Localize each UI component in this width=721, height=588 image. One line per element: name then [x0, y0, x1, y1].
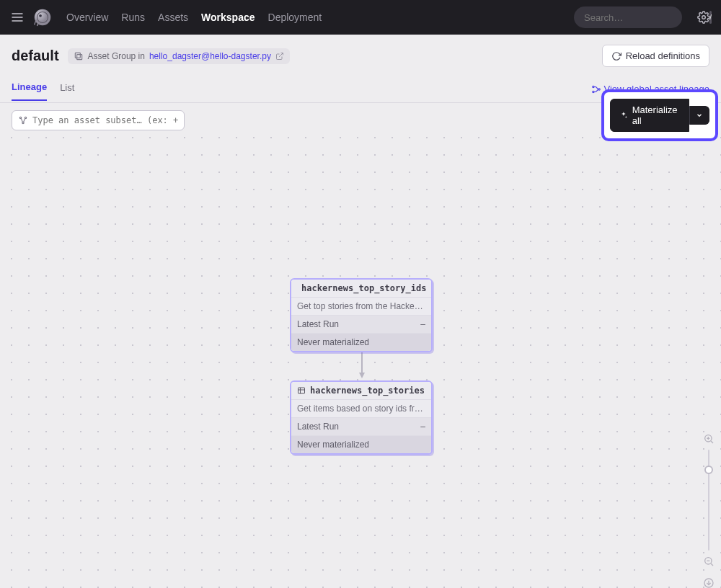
- svg-rect-23: [298, 388, 305, 393]
- zoom-thumb[interactable]: [704, 466, 713, 474]
- asset-status: Never materialized: [291, 334, 431, 351]
- svg-point-15: [19, 117, 21, 118]
- asset-node-header: hackernews_top_stories: [291, 382, 431, 400]
- lineage-canvas[interactable]: hackernews_top_story_ids Get top stories…: [0, 126, 721, 588]
- svg-rect-10: [76, 54, 81, 59]
- svg-marker-19: [359, 373, 365, 378]
- reload-label: Reload definitions: [626, 50, 700, 61]
- page-header: default Asset Group in hello_dagster@hel…: [0, 35, 721, 67]
- page-title: default: [12, 48, 59, 64]
- svg-point-12: [592, 86, 593, 87]
- external-link-icon[interactable]: [275, 52, 284, 61]
- search-input[interactable]: [584, 12, 705, 23]
- materialize-label: Materialize all: [632, 104, 680, 126]
- svg-point-13: [592, 91, 593, 92]
- asset-node-header: hackernews_top_story_ids: [291, 280, 431, 298]
- svg-line-31: [711, 564, 713, 566]
- nav-workspace[interactable]: Workspace: [201, 12, 255, 23]
- materialize-all-button[interactable]: Materialize all: [610, 99, 689, 132]
- svg-point-16: [25, 117, 26, 118]
- chip-prefix: Asset Group in: [88, 51, 145, 61]
- asset-latest-run: Latest Run –: [291, 316, 431, 334]
- latest-run-label: Latest Run: [297, 422, 339, 432]
- zoom-slider[interactable]: [708, 450, 709, 551]
- svg-rect-9: [75, 53, 80, 58]
- asset-description: Get top stories from the HackerNew…: [291, 298, 431, 316]
- asset-latest-run: Latest Run –: [291, 418, 431, 436]
- svg-point-14: [598, 88, 599, 89]
- tab-lineage[interactable]: Lineage: [12, 81, 47, 101]
- materialize-highlight: Materialize all: [601, 89, 718, 141]
- zoom-controls: [701, 432, 717, 588]
- menu-icon[interactable]: [9, 9, 26, 26]
- asset-status-text: Never materialized: [297, 440, 369, 450]
- asset-node[interactable]: hackernews_top_story_ids Get top stories…: [290, 278, 433, 352]
- tab-list[interactable]: List: [60, 82, 74, 100]
- nav-assets[interactable]: Assets: [158, 12, 188, 23]
- chevron-down-icon: [696, 112, 703, 119]
- table-icon: [297, 386, 306, 395]
- asset-group-chip: Asset Group in hello_dagster@hello-dagst…: [68, 48, 290, 64]
- asset-description: Get items based on story ids from t…: [291, 400, 431, 418]
- asset-status-text: Never materialized: [297, 337, 369, 347]
- sparkle-icon: [619, 110, 628, 120]
- zoom-out-icon[interactable]: [702, 555, 715, 568]
- settings-icon[interactable]: [695, 9, 712, 26]
- latest-run-value: –: [420, 319, 425, 329]
- chip-link[interactable]: hello_dagster@hello-dagster.py: [149, 51, 271, 61]
- asset-status: Never materialized: [291, 436, 431, 453]
- reload-icon: [611, 51, 622, 61]
- top-nav: Overview Runs Assets Workspace Deploymen…: [0, 0, 721, 35]
- zoom-in-icon[interactable]: [702, 432, 715, 445]
- zoom-fit-icon[interactable]: [702, 576, 715, 588]
- svg-line-11: [279, 53, 283, 57]
- nav-links: Overview Runs Assets Workspace Deploymen…: [66, 12, 322, 23]
- asset-subset-input[interactable]: [32, 115, 178, 125]
- layers-icon: [74, 51, 84, 61]
- svg-line-27: [711, 441, 713, 443]
- nav-deployment[interactable]: Deployment: [268, 12, 322, 23]
- nav-runs[interactable]: Runs: [121, 12, 145, 23]
- asset-node[interactable]: hackernews_top_stories Get items based o…: [290, 380, 433, 455]
- reload-definitions-button[interactable]: Reload definitions: [602, 45, 709, 67]
- svg-point-8: [702, 16, 706, 19]
- filter-icon: [18, 115, 28, 125]
- logo-icon[interactable]: [32, 6, 53, 28]
- lineage-icon: [591, 84, 601, 94]
- materialize-dropdown[interactable]: [689, 106, 709, 125]
- materialize-button-group: Materialize all: [610, 99, 709, 132]
- latest-run-label: Latest Run: [297, 319, 339, 329]
- latest-run-value: –: [420, 422, 425, 432]
- asset-name: hackernews_top_story_ids: [301, 283, 426, 293]
- svg-point-5: [39, 14, 42, 17]
- asset-name: hackernews_top_stories: [310, 386, 425, 396]
- nav-overview[interactable]: Overview: [66, 12, 108, 23]
- search-box[interactable]: /: [574, 6, 682, 28]
